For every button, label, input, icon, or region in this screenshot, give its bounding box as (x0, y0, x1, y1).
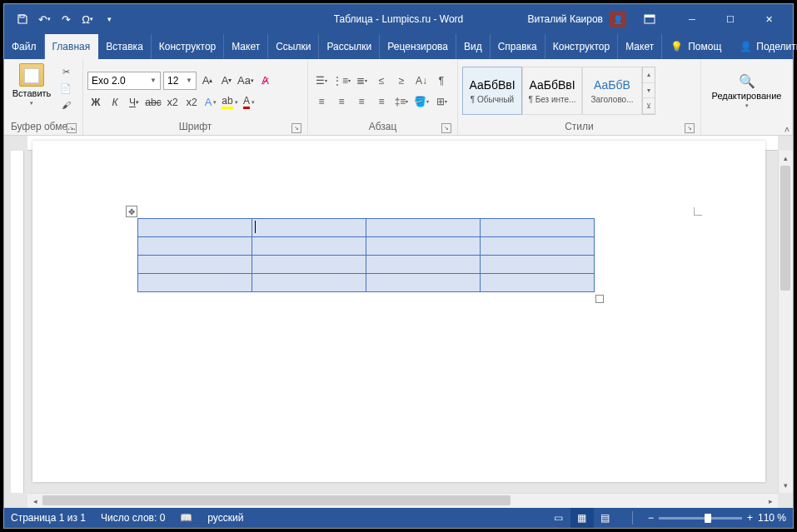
omega-icon[interactable]: Ω▾ (81, 12, 94, 26)
zoom-slider[interactable] (659, 517, 742, 520)
tab-table-design[interactable]: Конструктор (545, 34, 618, 59)
justify-icon[interactable]: ≡ (372, 93, 391, 110)
paste-button[interactable]: Вставить ▾ (8, 63, 55, 107)
vertical-ruler[interactable] (4, 151, 27, 493)
read-mode-icon[interactable]: ▭ (547, 508, 570, 528)
tab-view[interactable]: Вид (456, 34, 491, 59)
italic-button[interactable]: К (107, 94, 123, 111)
find-icon[interactable]: 🔍 (739, 73, 755, 89)
table-resize-handle[interactable] (595, 295, 604, 303)
bullets-icon[interactable]: ☰▾ (312, 72, 331, 89)
word-count[interactable]: Число слов: 0 (101, 512, 165, 524)
bold-button[interactable]: Ж (87, 94, 104, 111)
web-layout-icon[interactable]: ▤ (594, 508, 617, 528)
save-icon[interactable] (16, 12, 29, 26)
maximize-button[interactable]: ☐ (711, 4, 750, 34)
ribbon-options-icon[interactable] (633, 4, 666, 34)
avatar[interactable]: 👤 (610, 11, 626, 27)
margin-corner-tr (694, 202, 707, 216)
align-right-icon[interactable]: ≡ (352, 93, 371, 110)
sort-icon[interactable]: A↓ (412, 72, 431, 89)
font-name-combo[interactable]: Exo 2.0▼ (87, 72, 161, 90)
tab-references[interactable]: Ссылки (268, 34, 319, 59)
page-indicator[interactable]: Страница 1 из 1 (11, 512, 86, 524)
spellcheck-icon[interactable]: 📖 (180, 512, 192, 524)
cut-icon[interactable]: ✂ (58, 65, 73, 78)
numbering-icon[interactable]: ⋮≡▾ (332, 72, 351, 89)
zoom-control[interactable]: − + 110 % (648, 512, 786, 524)
indent-dec-icon[interactable]: ≤ (372, 72, 391, 89)
borders-icon[interactable]: ⊞▾ (432, 93, 451, 110)
format-painter-icon[interactable]: 🖌 (58, 98, 73, 112)
shading-icon[interactable]: 🪣▾ (412, 93, 431, 110)
document-area: ✥ ▴▾ ◂▸ (4, 136, 793, 508)
tab-table-layout[interactable]: Макет (618, 34, 662, 59)
share-button[interactable]: 👤Поделиться (730, 34, 797, 59)
line-spacing-icon[interactable]: ‡≡▾ (392, 93, 411, 110)
clipboard-icon (19, 63, 44, 87)
tab-file[interactable]: Файл (4, 34, 45, 59)
tab-help[interactable]: Справка (491, 34, 545, 59)
indent-inc-icon[interactable]: ≥ (392, 72, 411, 89)
subscript-button[interactable]: x2 (164, 94, 181, 111)
styles-scroll[interactable]: ▴▾⊻ (642, 67, 655, 115)
print-layout-icon[interactable]: ▦ (570, 508, 594, 528)
collapse-ribbon-icon[interactable]: ʌ (785, 124, 790, 133)
text-cursor (255, 221, 256, 233)
bulb-icon: 💡 (670, 41, 683, 52)
font-color-icon[interactable]: A (241, 94, 257, 111)
minimize-button[interactable]: ─ (673, 4, 711, 34)
page[interactable]: ✥ (32, 141, 765, 482)
shrink-font-icon[interactable]: A▾ (218, 72, 235, 89)
align-center-icon[interactable]: ≡ (332, 93, 351, 110)
style-heading[interactable]: АаБбВЗаголово... (582, 67, 642, 115)
group-font: Exo 2.0▼ 12▼ A▴ A▾ Aa▾ A̷ Ж К Ч▾ abc x2 … (83, 59, 308, 135)
svg-rect-0 (20, 15, 24, 17)
show-marks-icon[interactable]: ¶ (432, 72, 451, 89)
style-normal[interactable]: АаБбВвІ¶ Обычный (462, 67, 522, 115)
table-move-handle[interactable]: ✥ (126, 206, 137, 217)
underline-button[interactable]: Ч▾ (126, 94, 142, 111)
tab-home[interactable]: Главная (45, 34, 99, 59)
titlebar: ↶▾ ↷ Ω▾ ▾ Таблица - Lumpics.ru - Word Ви… (4, 4, 793, 34)
statusbar: Страница 1 из 1 Число слов: 0 📖 русский … (4, 508, 793, 528)
zoom-level[interactable]: 110 % (758, 512, 786, 524)
quick-access-toolbar: ↶▾ ↷ Ω▾ ▾ (4, 12, 116, 26)
font-size-combo[interactable]: 12▼ (163, 72, 197, 90)
multilevel-icon[interactable]: ≣▾ (352, 72, 371, 89)
share-icon: 👤 (740, 41, 752, 52)
styles-launcher[interactable]: ↘ (685, 123, 695, 133)
grow-font-icon[interactable]: A▴ (199, 72, 216, 89)
tab-layout[interactable]: Макет (224, 34, 268, 59)
language-indicator[interactable]: русский (207, 512, 243, 524)
text-effects-icon[interactable]: A (202, 94, 219, 111)
close-button[interactable]: ✕ (750, 4, 788, 34)
user-name[interactable]: Виталий Каиров (527, 13, 603, 25)
strike-button[interactable]: abc (145, 94, 162, 111)
redo-icon[interactable]: ↷ (59, 12, 72, 26)
zoom-out-icon[interactable]: − (648, 512, 654, 524)
superscript-button[interactable]: x2 (183, 94, 200, 111)
vertical-scrollbar[interactable]: ▴▾ (778, 151, 793, 493)
clipboard-launcher[interactable]: ↘ (67, 123, 77, 133)
clear-format-icon[interactable]: A̷ (257, 72, 273, 89)
tab-review[interactable]: Рецензирова (380, 34, 456, 59)
highlight-icon[interactable]: ab (222, 94, 238, 111)
undo-icon[interactable]: ↶▾ (37, 12, 51, 26)
change-case-icon[interactable]: Aa▾ (237, 72, 254, 89)
tab-insert[interactable]: Вставка (98, 34, 152, 59)
qat-customize-icon[interactable]: ▾ (102, 12, 116, 26)
font-launcher[interactable]: ↘ (291, 123, 301, 133)
tell-me[interactable]: 💡Помощ (662, 34, 730, 59)
align-left-icon[interactable]: ≡ (312, 93, 331, 110)
document-table[interactable] (137, 218, 595, 292)
zoom-in-icon[interactable]: + (747, 512, 753, 524)
horizontal-scrollbar[interactable]: ◂▸ (27, 493, 778, 508)
table-row (138, 256, 595, 274)
style-no-spacing[interactable]: АаБбВвІ¶ Без инте... (522, 67, 582, 115)
table-row (138, 274, 595, 292)
para-launcher[interactable]: ↘ (441, 123, 451, 133)
tab-design[interactable]: Конструктор (152, 34, 224, 59)
tab-mailings[interactable]: Рассылки (319, 34, 380, 59)
copy-icon[interactable]: 📄 (58, 82, 73, 95)
